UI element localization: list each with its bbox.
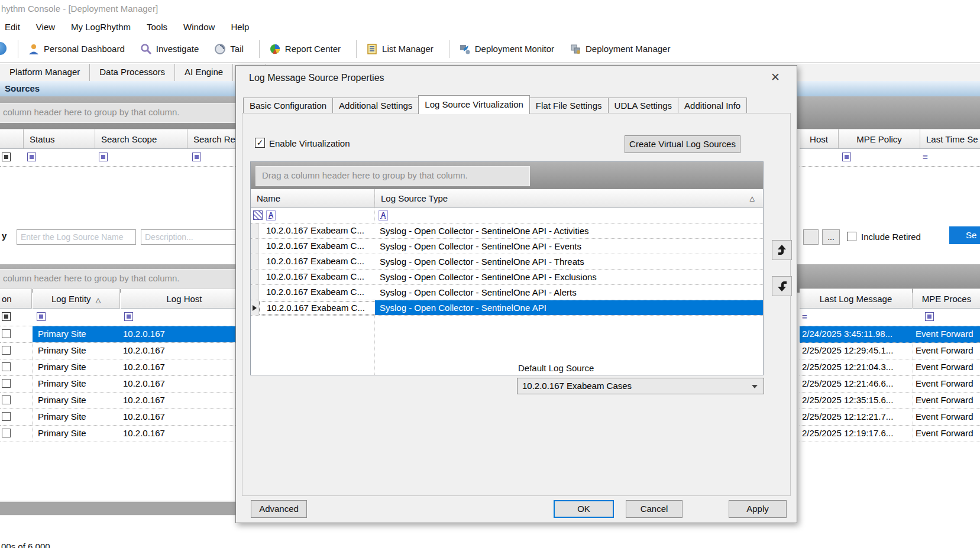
column-header-host[interactable]: Host — [800, 129, 839, 149]
column-header-last-time-clipped[interactable]: Last Time Se — [920, 129, 980, 149]
column-header-mpe-policy[interactable]: MPE Policy — [839, 129, 920, 149]
column-header-last-log-message[interactable]: Last Log Message — [800, 288, 913, 309]
table-row[interactable]: Primary Site10.2.0.167 — [0, 393, 248, 409]
investigate-button[interactable]: Investigate — [140, 43, 199, 55]
column-header-log-host[interactable]: Log Host△ — [121, 288, 248, 309]
table-row[interactable]: Primary Site10.2.0.167 — [0, 359, 248, 376]
row-checkbox[interactable] — [2, 329, 11, 338]
table-row[interactable]: Primary Site 10.2.0.167 — [0, 326, 248, 343]
mpe-process-filter-icon[interactable] — [925, 312, 934, 321]
log-entity-filter-icon[interactable] — [37, 312, 46, 321]
menu-my-logrhythm[interactable]: My LogRhythm — [71, 22, 131, 32]
dialog-group-by-band[interactable]: Drag a column header here to group by th… — [251, 162, 763, 189]
enable-virtualization-checkbox[interactable]: ✓ — [255, 138, 265, 148]
table-row[interactable]: 2/25/2025 12:29:45.1...Event Forward — [800, 343, 980, 359]
last-log-cell: 2/25/2025 12:19:17.6... — [802, 428, 893, 438]
table-row[interactable]: Primary Site10.2.0.167 — [0, 426, 248, 442]
virtual-log-source-row[interactable]: 10.2.0.167 Exabeam C...Syslog - Open Col… — [251, 254, 763, 270]
virtual-log-source-row-selected[interactable]: 10.2.0.167 Exabeam C... Syslog - Open Co… — [251, 300, 763, 316]
close-icon[interactable]: ✕ — [771, 70, 780, 84]
tab-data-processors[interactable]: Data Processors — [90, 64, 175, 81]
tab-platform-manager[interactable]: Platform Manager — [0, 64, 90, 81]
virtual-log-source-row[interactable]: 10.2.0.167 Exabeam C...Syslog - Open Col… — [251, 270, 763, 285]
row-checkbox[interactable] — [2, 429, 11, 437]
column-header-log-entity[interactable]: Log Entity△ — [33, 288, 120, 309]
mpe-policy-filter-icon[interactable] — [842, 153, 851, 161]
search-scope-filter-icon[interactable] — [99, 153, 108, 161]
type-text-filter-icon[interactable]: A — [379, 210, 388, 221]
personal-dashboard-button[interactable]: Personal Dashboard — [28, 43, 125, 55]
cancel-button[interactable]: Cancel — [626, 500, 683, 518]
log-host-filter-icon[interactable] — [124, 312, 133, 321]
table-row[interactable]: 2/25/2025 12:19:17.6...Event Forward — [800, 426, 980, 442]
tail-button[interactable]: Tail — [214, 43, 244, 55]
action-filter-checkbox[interactable] — [2, 312, 11, 321]
table-row[interactable]: Primary Site10.2.0.167 — [0, 409, 248, 426]
report-center-button[interactable]: Report Center — [269, 43, 341, 55]
last-time-equals-filter[interactable]: = — [923, 152, 928, 162]
row-checkbox[interactable] — [2, 412, 11, 421]
tab-ai-engine[interactable]: AI Engine — [175, 64, 233, 81]
menu-window[interactable]: Window — [183, 22, 215, 32]
column-header-mpe-process-clipped[interactable]: MPE Proces — [913, 288, 980, 309]
column-header-log-source-type[interactable]: Log Source Type△ — [375, 189, 763, 208]
deployment-monitor-button[interactable]: Deployment Monitor — [459, 43, 554, 55]
menu-tools[interactable]: Tools — [147, 22, 167, 32]
row-checkbox[interactable] — [2, 346, 11, 355]
mpe-process-cell: Event Forward — [916, 329, 973, 339]
name-text-filter-icon[interactable]: A — [266, 210, 276, 221]
status-filter-icon[interactable] — [27, 153, 36, 161]
move-up-button[interactable] — [772, 240, 792, 260]
tab-udla-settings[interactable]: UDLA Settings — [608, 98, 679, 114]
row-header — [251, 239, 259, 254]
tab-additional-settings[interactable]: Additional Settings — [332, 98, 419, 114]
table-row[interactable]: 2/25/2025 12:35:15.6...Event Forward — [800, 393, 980, 409]
log-source-name-input[interactable] — [17, 229, 136, 245]
last-log-cell: 2/25/2025 12:29:45.1... — [802, 345, 893, 355]
edit-filter-icon[interactable] — [253, 210, 263, 220]
ok-button[interactable]: OK — [554, 500, 614, 518]
advanced-button[interactable]: Advanced — [251, 500, 307, 518]
deployment-manager-button[interactable]: Deployment Manager — [570, 43, 670, 55]
menu-edit[interactable]: Edit — [5, 22, 20, 32]
virtual-log-source-row[interactable]: 10.2.0.167 Exabeam C...Syslog - Open Col… — [251, 239, 763, 254]
virtual-log-source-row[interactable]: 10.2.0.167 Exabeam C...Syslog - Open Col… — [251, 285, 763, 300]
aux-button[interactable] — [803, 229, 819, 245]
column-header-name[interactable]: Name — [251, 189, 375, 208]
table-row[interactable]: 2/25/2025 12:21:46.6...Event Forward — [800, 376, 980, 393]
move-down-button[interactable] — [772, 276, 792, 296]
type-cell: Syslog - Open Collector - SentinelOne AP… — [375, 254, 763, 269]
apply-button[interactable]: Apply — [729, 500, 787, 518]
column-header-status[interactable]: Status — [24, 129, 95, 149]
include-retired-checkbox[interactable] — [847, 232, 856, 241]
tab-basic-configuration[interactable]: Basic Configuration — [243, 98, 333, 114]
tab-flat-file-settings[interactable]: Flat File Settings — [529, 98, 609, 114]
row-checkbox[interactable] — [2, 395, 11, 404]
ellipsis-button[interactable]: ... — [822, 229, 840, 245]
row-checkbox[interactable] — [2, 362, 11, 371]
virtual-log-source-row[interactable]: 10.2.0.167 Exabeam C...Syslog - Open Col… — [251, 223, 763, 239]
last-log-equals-filter[interactable]: = — [802, 312, 807, 322]
menu-view[interactable]: View — [36, 22, 55, 32]
create-virtual-log-sources-button[interactable]: Create Virtual Log Sources — [625, 135, 740, 153]
table-row[interactable]: Primary Site10.2.0.167 — [0, 376, 248, 393]
table-row[interactable]: 2/25/2025 12:21:04.3...Event Forward — [800, 359, 980, 376]
table-row[interactable]: Primary Site10.2.0.167 — [0, 343, 248, 359]
default-log-source-dropdown[interactable]: 10.2.0.167 Exabeam Cases — [517, 378, 764, 394]
filter-row-bottom-right — [800, 309, 980, 326]
list-manager-button[interactable]: List Manager — [366, 43, 434, 55]
menu-help[interactable]: Help — [231, 22, 249, 32]
table-row[interactable]: 2/25/2025 12:12:21.7...Event Forward — [800, 409, 980, 426]
column-header-select-all[interactable] — [0, 129, 24, 149]
select-all-filter-checkbox[interactable] — [2, 153, 11, 161]
description-input[interactable] — [141, 229, 244, 245]
search-results-filter-icon[interactable] — [192, 153, 201, 161]
tab-log-source-virtualization[interactable]: Log Source Virtualization — [418, 95, 530, 114]
search-button[interactable]: Se — [949, 226, 980, 244]
log-host-cell: 10.2.0.167 — [123, 362, 165, 372]
tab-additional-info[interactable]: Additional Info — [678, 98, 747, 114]
row-checkbox[interactable] — [2, 379, 11, 388]
column-header-search-scope[interactable]: Search Scope — [95, 129, 187, 149]
column-header-action-clipped[interactable]: on — [0, 288, 32, 309]
table-row[interactable]: 2/24/2025 3:45:11.98...Event Forward — [800, 326, 980, 343]
